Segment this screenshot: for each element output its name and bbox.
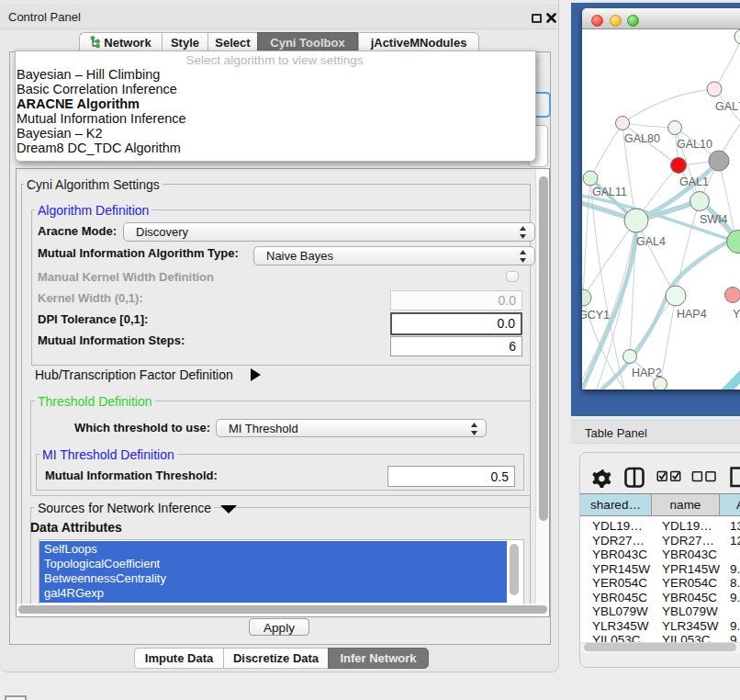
svg-text:GAL80: GAL80	[624, 132, 660, 145]
svg-text:HAP2: HAP2	[632, 367, 662, 379]
svg-text:GAL7: GAL7	[715, 100, 740, 113]
svg-text:SWI4: SWI4	[700, 213, 728, 226]
svg-text:Y: Y	[733, 308, 740, 321]
svg-text:GAL1: GAL1	[679, 175, 709, 188]
svg-text:GAL4: GAL4	[636, 235, 666, 248]
svg-text:HAP4: HAP4	[677, 308, 707, 321]
svg-text:GCY1: GCY1	[582, 309, 610, 322]
svg-text:GAL10: GAL10	[677, 138, 712, 151]
svg-text:GAL11: GAL11	[592, 186, 627, 198]
